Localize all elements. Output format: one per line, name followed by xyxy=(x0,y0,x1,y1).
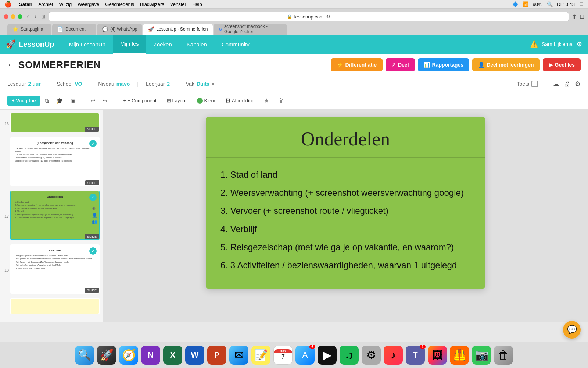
slide-canvas[interactable]: Onderdelen 1. Stad of land 2. Weersverwa… xyxy=(206,117,485,289)
menu-geschiedenis[interactable]: Geschiedenis xyxy=(105,1,134,7)
slide-thumbnail-17[interactable]: Onderdelen 1. Stad of land 2. Weersverwa… xyxy=(10,191,100,240)
back-button[interactable]: ← xyxy=(7,61,14,69)
dock-item-photos[interactable]: 🖼 xyxy=(428,346,447,365)
dock-item-appletv[interactable]: ▶ xyxy=(318,346,337,365)
settings-button[interactable]: ⚙ xyxy=(575,80,581,88)
deel-icon: ↗ xyxy=(391,62,396,68)
new-tab-button[interactable]: ⊞ xyxy=(580,13,584,20)
dock-item-finder[interactable]: 🔍 xyxy=(75,346,94,365)
slide-thumbnail-19[interactable] xyxy=(10,298,100,314)
onenote-icon: N xyxy=(148,350,154,360)
slide-thumb-wrap-19[interactable] xyxy=(10,298,100,316)
kleur-button[interactable]: Kleur xyxy=(193,96,219,106)
print-button[interactable]: 🖨 xyxy=(564,80,570,88)
toets-checkbox[interactable] xyxy=(531,81,538,87)
afbeelding-button[interactable]: 🖼 Afbeelding xyxy=(222,96,258,106)
vak-dropdown-icon[interactable]: ▾ xyxy=(212,81,214,87)
chat-bubble[interactable]: 💬 xyxy=(563,321,581,339)
minimize-button[interactable] xyxy=(11,14,15,19)
tab-document[interactable]: 📄 Document xyxy=(52,24,96,35)
duplicate-button[interactable]: ⧉ xyxy=(42,95,52,106)
tab-startpagina[interactable]: ⭐ Startpagina xyxy=(7,24,51,35)
dock-item-calendar[interactable]: JUN 7 xyxy=(273,346,293,365)
back-button[interactable]: ‹ xyxy=(25,13,30,21)
user-icon[interactable]: 👤 xyxy=(92,213,97,218)
dock-item-facetime[interactable]: 📷 xyxy=(472,346,491,365)
apple-menu[interactable]: 🍎 xyxy=(4,1,12,8)
differentiatie-button[interactable]: ⚡ Differentiatie xyxy=(331,58,383,71)
tab-whatsapp[interactable]: 💬 (4) WhatsApp xyxy=(97,24,142,35)
nav-mijn-les[interactable]: Mijn les xyxy=(113,35,146,54)
dock-item-settings[interactable]: ⚙ xyxy=(362,346,381,365)
dock-item-mail[interactable]: ✉ xyxy=(229,346,248,365)
rapportages-button[interactable]: 📊 Rapportages xyxy=(418,58,470,71)
cloud-button[interactable]: ☁ xyxy=(553,80,559,88)
dock-item-stickies[interactable]: 📝 xyxy=(251,346,270,365)
layout-button[interactable]: ⊞ Layout xyxy=(163,96,190,106)
slide-number-16: 16 xyxy=(3,121,10,126)
deel-button[interactable]: ↗ Deel xyxy=(386,58,415,71)
delete-button[interactable]: 🗑 xyxy=(275,95,287,106)
slide-row-17: 17 Onderdelen 1. Stad of land 2. Weersve… xyxy=(3,191,100,242)
eye-icon[interactable]: 👁 xyxy=(92,206,97,211)
dock-item-spotify[interactable]: ♫ xyxy=(340,346,359,365)
dock-item-music[interactable]: ♪ xyxy=(384,346,403,365)
view-mode-button[interactable]: ⊞ xyxy=(41,14,46,20)
voeg-toe-button[interactable]: + Voeg toe xyxy=(7,96,40,106)
share-button[interactable]: ⬆ xyxy=(572,13,577,20)
dock-item-trash[interactable]: 🗑 xyxy=(494,346,513,365)
menu-venster[interactable]: Venster xyxy=(170,1,186,7)
component-button[interactable]: + + Component xyxy=(120,96,160,106)
dock-item-onenote[interactable]: N xyxy=(141,346,160,365)
dock-item-word[interactable]: W xyxy=(185,346,204,365)
star-button[interactable]: ★ xyxy=(261,95,272,106)
menu-archief[interactable]: Archief xyxy=(38,1,53,7)
redo-button[interactable]: ↪ xyxy=(100,95,111,106)
tab-whatsapp-icon: 💬 xyxy=(102,26,108,32)
tab-screenshot[interactable]: G screenshot macbook - Google Zoeken xyxy=(214,24,287,35)
deel-met-leerlingen-button[interactable]: 👤 Deel met leerlingen xyxy=(472,58,539,71)
control-center-icon[interactable]: ☰ xyxy=(579,1,584,7)
dock-item-excel[interactable]: X xyxy=(163,346,182,365)
menu-weergave[interactable]: Weergave xyxy=(78,1,99,7)
address-bar[interactable]: 🔒 lessonup.com ↻ xyxy=(49,12,569,21)
slide-thumbnail-16[interactable]: SLIDE xyxy=(10,113,100,132)
dock-item-powerpoint[interactable]: P xyxy=(207,346,226,365)
stickies-icon: 📝 xyxy=(254,348,268,361)
undo-button[interactable]: ↩ xyxy=(88,95,98,106)
menu-safari[interactable]: Safari xyxy=(19,1,32,7)
slide-label-16: SLIDE xyxy=(85,127,99,132)
nav-mijn-lessonup[interactable]: Mijn LessonUp xyxy=(62,35,113,54)
nav-community[interactable]: Community xyxy=(214,35,257,54)
dock-item-safari[interactable]: 🧭 xyxy=(119,346,138,365)
tab-lessonup[interactable]: 🚀 LessonUp - Sommerferien xyxy=(143,24,213,35)
nav-zoeken[interactable]: Zoeken xyxy=(146,35,179,54)
rapportages-icon: 📊 xyxy=(424,62,430,68)
slide-thumb-wrap-18[interactable]: Beispiele - Ich gehe gerne am Strand rei… xyxy=(10,244,100,296)
slide-thumb-wrap-leerdoelen[interactable]: (Leer)doelen van vandaag - Je kent de Du… xyxy=(10,137,100,188)
slide-thumb-wrap-17[interactable]: Onderdelen 1. Stad of land 2. Weersverwa… xyxy=(10,191,100,242)
dock-item-launchpad[interactable]: 🚀 xyxy=(97,346,116,365)
menu-bladwijzers[interactable]: Bladwijzers xyxy=(140,1,164,7)
dock-item-vlc[interactable]: 🦺 xyxy=(450,346,469,365)
slide-thumbnail-leerdoelen[interactable]: (Leer)doelen van vandaag - Je kent de Du… xyxy=(10,137,100,186)
dock-item-appstore[interactable]: A 6 xyxy=(295,346,315,365)
maximize-button[interactable] xyxy=(18,14,22,19)
hat-button[interactable]: 🎓 xyxy=(53,95,66,106)
nav-settings-button[interactable]: ⚙ xyxy=(576,40,582,48)
appletv-icon: ▶ xyxy=(323,348,331,361)
menu-wijzig[interactable]: Wijzig xyxy=(59,1,72,7)
lock-icon: 🔒 xyxy=(287,14,292,19)
slide-thumb-wrap-16[interactable]: SLIDE xyxy=(10,113,100,135)
slide-thumbnail-18[interactable]: Beispiele - Ich gehe gerne am Strand rei… xyxy=(10,244,100,294)
forward-button[interactable]: › xyxy=(33,13,38,21)
menu-help[interactable]: Help xyxy=(192,1,202,7)
dock-item-teams[interactable]: T 1 xyxy=(406,346,425,365)
geef-les-button[interactable]: ▶ Geef les xyxy=(543,58,581,71)
group-icon[interactable]: 👥 xyxy=(92,219,97,224)
nav-kanalen[interactable]: Kanalen xyxy=(179,35,214,54)
layout-mode-button[interactable]: ▣ xyxy=(68,95,79,106)
search-icon[interactable]: 🔍 xyxy=(547,1,553,7)
reload-button[interactable]: ↻ xyxy=(326,14,330,20)
close-button[interactable] xyxy=(4,14,8,19)
